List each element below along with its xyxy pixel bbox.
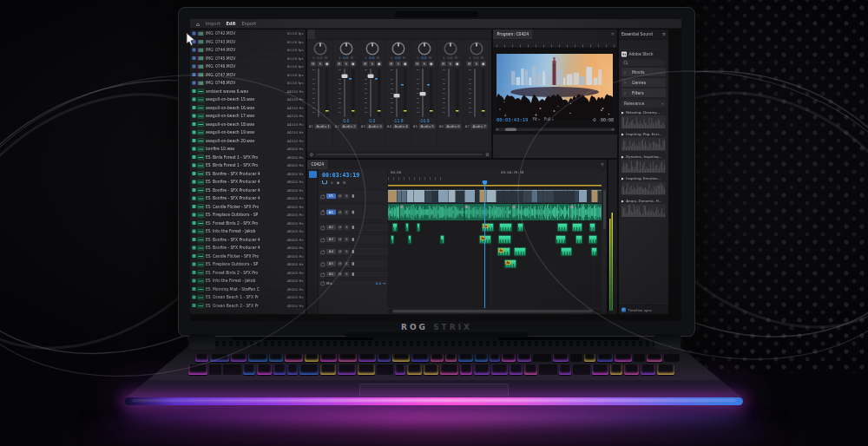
add-marker-icon[interactable]: ◆ [337, 180, 339, 185]
channel-name[interactable]: Audio 5 [419, 124, 436, 129]
stock-audio-item[interactable]: ▶ Inspiring, Pop, Exci... [621, 131, 666, 151]
track-solo-button[interactable]: S [345, 225, 350, 230]
track-badge[interactable]: A6 [326, 272, 336, 277]
pen-tool[interactable] [309, 217, 317, 224]
snap-icon[interactable] [322, 180, 327, 185]
solo-button[interactable]: S [448, 62, 454, 67]
stock-audio-item[interactable]: ▶ Inspiring, Emotion... [621, 175, 666, 195]
solo-button[interactable]: S [344, 62, 350, 67]
volume-fader[interactable] [422, 69, 424, 117]
project-file-row[interactable]: ES_Birds Forest 1 - SFX Pro 48000 Hz [190, 154, 306, 162]
project-file-row[interactable]: ES_Bonfire - SFX Producer 4 48000 Hz [190, 194, 306, 203]
record-button[interactable]: ● [481, 62, 487, 67]
project-file-row[interactable]: ES_Fireplace Outdoors - SP 48000 Hz [190, 211, 306, 220]
accordion-row[interactable]: › Genres [621, 78, 666, 87]
razor-tool[interactable] [309, 199, 317, 206]
menu-import[interactable]: Import [206, 22, 220, 27]
project-file-row[interactable]: ES_Bonfire - SFX Producer 4 48000 Hz [190, 244, 306, 253]
track-header[interactable]: A5 M S [319, 259, 388, 269]
fader-handle[interactable] [420, 92, 426, 96]
project-file-row[interactable]: IMG_0743.MOV 60.00 fps [190, 38, 306, 47]
slip-tool[interactable] [309, 207, 317, 214]
track-solo-button[interactable]: S [345, 193, 350, 199]
timeline-settings-icon[interactable]: ⚙ [343, 180, 346, 185]
mixer-tab[interactable] [323, 30, 331, 39]
panel-menu-icon[interactable]: ≡ [608, 30, 617, 39]
solo-button[interactable]: S [396, 62, 402, 67]
audio-clip[interactable] [498, 235, 511, 244]
linked-selection-icon[interactable]: ∞ [331, 180, 334, 185]
audio-clip[interactable] [557, 223, 568, 232]
record-button[interactable]: ● [455, 62, 461, 67]
track-badge[interactable]: A3 [326, 237, 336, 242]
solo-button[interactable]: S [422, 62, 428, 67]
project-file-row[interactable]: ES_Forest Birds 2 - SFX Pro 48000 Hz [190, 269, 306, 278]
track-header[interactable]: A2 M S [319, 222, 388, 233]
channel-name[interactable]: Audio 1 [315, 124, 332, 129]
solo-button[interactable]: S [370, 62, 376, 67]
fader-handle[interactable] [342, 74, 348, 78]
track-header[interactable]: A3 M S [319, 234, 388, 245]
channel-name[interactable]: Audio 2 [341, 124, 358, 129]
mic-icon[interactable] [352, 238, 355, 241]
solo-button[interactable]: S [474, 62, 480, 67]
mixer-settings-gear-icon[interactable]: ⚙ [485, 152, 489, 157]
volume-fader[interactable] [396, 69, 398, 117]
pan-knob[interactable] [391, 43, 404, 56]
program-video-frame[interactable] [496, 54, 613, 120]
track-header[interactable]: A1 M S [319, 204, 388, 220]
mixer-tab[interactable] [315, 30, 323, 39]
mixer-hscrollbar[interactable] [316, 154, 483, 155]
project-file-list[interactable]: IMG_0742.MOV 60.00 fps IMG_0743.MOV 60.0… [190, 30, 306, 310]
timeline-hscrollbar[interactable] [388, 310, 602, 314]
record-button[interactable]: ● [403, 62, 409, 67]
track-badge[interactable]: V1 [326, 193, 336, 199]
mixer-tab[interactable] [307, 30, 315, 39]
panel-menu-icon[interactable]: ≡ [598, 160, 607, 169]
settings-wrench-icon[interactable]: ⚙ [592, 117, 595, 122]
project-file-row[interactable]: IMG_0745.MOV 60.00 fps [190, 55, 306, 63]
mute-button[interactable]: M [389, 62, 395, 67]
channel-name[interactable]: Audio 6 [445, 124, 462, 129]
project-file-row[interactable]: seagull-on-beach 15.wav 44100 Hz [190, 95, 306, 104]
audio-clip[interactable] [405, 223, 409, 232]
project-file-row[interactable]: ES_Fireplace Outdoors - SP 48000 Hz [190, 260, 306, 269]
track-mute-button[interactable]: M [338, 249, 343, 254]
pan-knob[interactable] [339, 43, 352, 56]
volume-fader[interactable] [448, 69, 450, 117]
mute-button[interactable]: M [337, 62, 343, 67]
search-input[interactable] [621, 60, 666, 67]
channel-name[interactable]: Audio 3 [367, 124, 384, 129]
volume-fader[interactable] [318, 69, 319, 117]
menu-export[interactable]: Export [242, 22, 256, 27]
project-file-row[interactable]: ES_Ocean Beach 1 - SFX Pr 48000 Hz [190, 293, 306, 302]
audio-clip[interactable] [589, 235, 597, 244]
project-file-row[interactable]: bonfire 10.wav 48000 Hz [190, 145, 306, 154]
mute-button[interactable]: M [467, 62, 473, 67]
timeline-sync-row[interactable]: ✓ Timeline sync [619, 305, 668, 315]
menu-edit[interactable]: Edit [226, 22, 235, 27]
checkbox-checked-icon[interactable]: ✓ [621, 308, 626, 312]
project-file-row[interactable]: ES_Candle Flicker - SFX Pro 48000 Hz [190, 203, 306, 212]
project-file-row[interactable]: seagull-on-beach 16.wav 44100 Hz [190, 104, 306, 113]
track-mute-button[interactable]: M [338, 237, 343, 242]
adobe-stock-row[interactable]: St Adobe Stock [619, 49, 668, 58]
play-icon[interactable]: ▶ [621, 110, 624, 114]
solo-button[interactable]: S [318, 62, 324, 67]
project-file-row[interactable]: ES_Bonfire - SFX Producer 4 48000 Hz [190, 178, 306, 187]
track-solo-button[interactable]: S [345, 237, 350, 242]
zoom-level-select[interactable]: Fit ▾ [532, 117, 539, 121]
scrubber-left-knob[interactable] [496, 128, 499, 132]
lock-icon[interactable] [321, 273, 326, 277]
audio-clip[interactable]: fx [504, 259, 516, 268]
audio-clip[interactable] [556, 235, 566, 244]
project-file-row[interactable]: ES_Bonfire - SFX Producer 4 48000 Hz [190, 170, 306, 179]
record-button[interactable]: ● [325, 62, 331, 67]
channel-name[interactable]: Audio 7 [471, 124, 488, 129]
track-solo-button[interactable]: S [345, 261, 350, 266]
timeline-ruler[interactable]: 00:00 00:04:29:18 [388, 169, 602, 187]
volume-fader[interactable] [370, 69, 372, 117]
project-file-row[interactable]: seagull-on-beach 19.wav 44100 Hz [190, 128, 306, 137]
play-icon[interactable]: ▶ [621, 154, 624, 158]
track-badge[interactable]: A2 [326, 225, 336, 230]
